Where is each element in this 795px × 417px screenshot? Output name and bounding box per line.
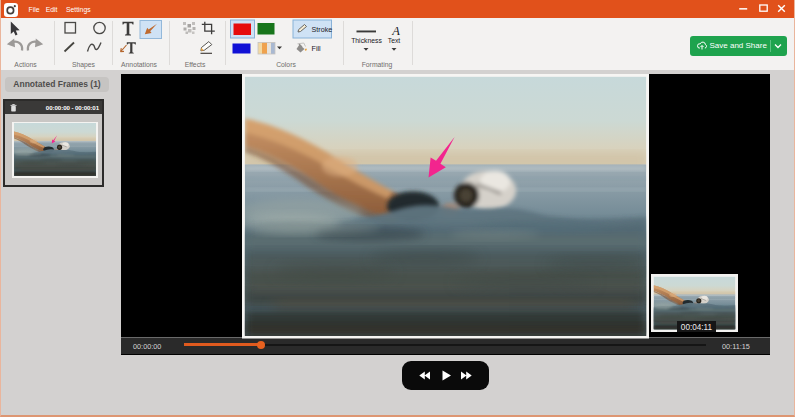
svg-text:A: A: [391, 24, 400, 38]
svg-text:Stroke: Stroke: [312, 25, 333, 34]
svg-text:Fill: Fill: [312, 44, 322, 53]
svg-text:Text: Text: [388, 37, 401, 44]
svg-text:Thickness: Thickness: [351, 37, 382, 44]
svg-text:00:04:11: 00:04:11: [681, 322, 713, 331]
